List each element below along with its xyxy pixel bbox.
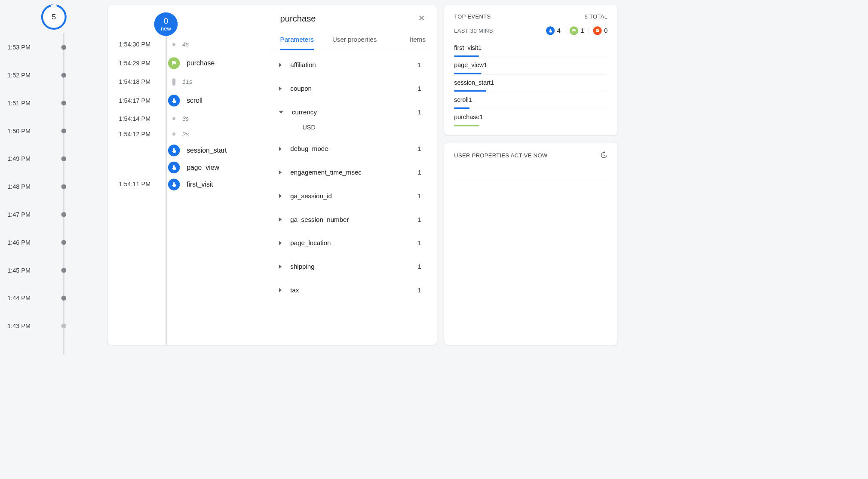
parameter-row[interactable]: shipping1 [274,255,432,279]
chevron-right-icon [279,147,282,151]
parameter-count: 1 [418,240,421,247]
touch-icon[interactable] [168,144,180,156]
parameters-list[interactable]: affiliation1coupon1currency1USDdebug_mod… [269,50,437,345]
parameter-row[interactable]: debug_mode1 [274,137,432,161]
minute-dot-icon [61,296,67,301]
top-event-count: 1 [484,61,487,69]
top-event-count: 1 [478,44,482,52]
parameter-row[interactable]: currency1 [274,100,432,124]
top-events-subtitle: LAST 30 MINS [454,28,493,34]
minute-time: 1:44 PM [7,295,44,302]
user-properties-title: USER PROPERTIES ACTIVE NOW [454,153,547,159]
event-label[interactable]: session_start [187,146,227,154]
parameter-name: page_location [290,240,331,247]
parameter-count: 1 [418,108,421,116]
seconds-count-badge[interactable]: 0 new [154,12,178,36]
parameter-name: ga_session_number [290,216,349,223]
parameter-count: 1 [418,216,421,223]
minute-row[interactable]: 1:44 PM [7,284,100,312]
event-label[interactable]: scroll [187,97,202,105]
seconds-time: 1:54:30 PM [117,41,163,48]
minute-row[interactable]: 1:48 PM [7,173,100,201]
seconds-time: 1:54:14 PM [117,115,163,122]
detail-tabs: Parameters User properties Items [269,31,437,50]
user-properties-card: USER PROPERTIES ACTIVE NOW [444,142,617,345]
close-button[interactable] [417,14,426,23]
parameter-name: engagement_time_msec [290,169,362,176]
seconds-time: 1:54:29 PM [117,60,163,67]
chevron-right-icon [279,63,282,67]
minute-dot-icon [61,101,67,106]
history-button[interactable] [600,151,608,160]
minute-row[interactable]: 1:43 PM [7,312,100,340]
tab-items[interactable]: Items [410,31,426,50]
parameter-row[interactable]: tax1 [274,278,432,302]
minute-dot-icon [61,129,67,134]
top-event-row[interactable]: first_visit1 [454,43,607,57]
minute-time: 1:49 PM [7,155,44,163]
minute-row[interactable]: 1:52 PM [7,61,100,89]
parameter-row[interactable]: coupon1 [274,77,432,101]
event-label[interactable]: first_visit [187,180,213,188]
top-events-total: 5 TOTAL [585,14,608,20]
minute-time: 1:43 PM [7,322,44,330]
top-events-title: TOP EVENTS [454,14,491,20]
minute-time: 1:53 PM [7,44,44,51]
error-count: 0 [593,26,607,35]
parameter-row[interactable]: ga_session_id1 [274,184,432,208]
parameter-row[interactable]: page_location1 [274,231,432,255]
parameter-count: 1 [418,61,421,69]
minute-dot-icon [61,45,67,50]
parameter-row[interactable]: engagement_time_msec1 [274,161,432,184]
minute-time: 1:47 PM [7,211,44,218]
top-events-card: TOP EVENTS 5 TOTAL LAST 30 MINS 4 1 [444,5,617,135]
parameter-name: coupon [290,85,312,92]
minute-dot-icon [61,212,67,217]
minute-row[interactable]: 1:46 PM [7,228,100,256]
top-event-name: page_view [454,61,484,69]
top-event-row[interactable]: session_start1 [454,74,607,92]
touch-icon[interactable] [168,178,180,190]
minute-row[interactable]: 1:49 PM [7,145,100,173]
minute-dot-icon [61,157,67,162]
gap-label: 11s [182,78,192,86]
event-label[interactable]: page_view [187,163,219,172]
parameter-name: tax [290,286,299,294]
parameter-name: currency [292,108,317,116]
minute-row[interactable]: 1:47 PM [7,201,100,229]
flag-icon [570,26,578,35]
parameter-row[interactable]: ga_session_number1 [274,208,432,231]
svg-rect-1 [596,31,598,31]
chevron-right-icon [279,241,282,245]
seconds-time: 1:54:12 PM [117,130,163,138]
touch-icon[interactable] [168,95,180,106]
touch-icon[interactable] [168,161,180,173]
gap-pill-icon [172,78,175,86]
minute-timeline: 5 1:53 PM1:52 PM1:51 PM1:50 PM1:49 PM1:4… [7,5,100,345]
event-detail-panel: purchase Parameters User properties Item… [269,5,437,345]
gap-label: 2s [182,130,189,138]
top-event-name: session_start [454,79,491,86]
top-event-row[interactable]: purchase1 [454,109,607,126]
top-event-row[interactable]: page_view1 [454,57,607,74]
touch-icon [546,26,555,35]
flag-icon[interactable] [168,57,180,69]
tab-parameters[interactable]: Parameters [280,31,314,50]
parameter-name: shipping [290,263,314,270]
top-event-row[interactable]: scroll1 [454,92,607,109]
minute-count-badge[interactable]: 5 [43,6,64,28]
parameter-count: 1 [418,263,421,270]
seconds-timeline: 0 new 1:54:30 PM 4s 1:54:29 PM p [108,5,269,345]
minute-row[interactable]: 1:53 PM [7,34,100,61]
minute-row[interactable]: 1:45 PM [7,256,100,284]
flag-count: 1 [570,26,584,35]
minute-time: 1:46 PM [7,239,44,246]
event-label[interactable]: purchase [187,59,215,68]
chevron-right-icon [279,288,282,292]
gap-dot-icon [172,117,175,120]
minute-row[interactable]: 1:51 PM [7,89,100,117]
parameter-row[interactable]: affiliation1 [274,53,432,77]
minute-row[interactable]: 1:50 PM [7,117,100,145]
top-event-count: 1 [469,96,472,104]
tab-user-properties[interactable]: User properties [332,31,377,50]
